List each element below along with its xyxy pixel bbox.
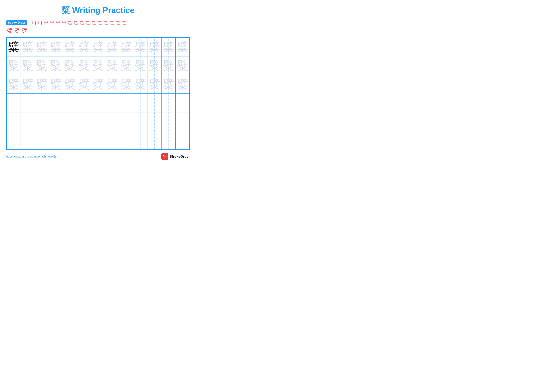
grid-cell[interactable]: 糪 bbox=[133, 56, 147, 75]
grid-cell[interactable]: 糪 bbox=[133, 112, 147, 131]
grid-cell[interactable]: 糪 bbox=[7, 38, 21, 56]
grid-cell[interactable]: 糪 bbox=[105, 56, 119, 75]
grid-cell[interactable]: 糪 bbox=[91, 38, 105, 56]
grid-cell[interactable]: 糪 bbox=[105, 131, 119, 150]
grid-cell[interactable]: 糪 bbox=[35, 56, 49, 75]
grid-cell[interactable]: 糪 bbox=[91, 56, 105, 75]
grid-cell[interactable]: 糪 bbox=[133, 38, 147, 56]
grid-cell[interactable]: 糪 bbox=[91, 75, 105, 94]
practice-char: 糪 bbox=[106, 78, 118, 90]
grid-cell[interactable]: 糪 bbox=[21, 94, 35, 112]
practice-char: 糪 bbox=[92, 41, 104, 53]
grid-cell[interactable]: 糪 bbox=[161, 94, 175, 112]
grid-cell[interactable]: 糪 bbox=[35, 38, 49, 56]
practice-char: 糪 bbox=[36, 60, 47, 71]
grid-cell[interactable]: 糪 bbox=[63, 94, 77, 112]
practice-char: 糪 bbox=[22, 78, 33, 90]
grid-cell[interactable]: 糪 bbox=[119, 75, 133, 94]
practice-char: 糪 bbox=[64, 78, 76, 90]
practice-char: 糪 bbox=[50, 78, 62, 90]
grid-cell[interactable]: 糪 bbox=[7, 56, 21, 75]
grid-cell[interactable]: 糪 bbox=[21, 131, 35, 150]
practice-char: 糪 bbox=[106, 135, 118, 146]
grid-cell[interactable]: 糪 bbox=[63, 112, 77, 131]
grid-cell[interactable]: 糪 bbox=[105, 75, 119, 94]
stroke-2: 山 bbox=[32, 20, 36, 26]
grid-cell[interactable]: 糪 bbox=[77, 56, 91, 75]
grid-cell[interactable]: 糪 bbox=[77, 131, 91, 150]
extra-stroke-1: 糪 bbox=[7, 27, 12, 35]
grid-cell[interactable]: 糪 bbox=[175, 75, 190, 94]
grid-cell[interactable]: 糪 bbox=[21, 75, 35, 94]
grid-cell[interactable]: 糪 bbox=[63, 56, 77, 75]
grid-cell[interactable]: 糪 bbox=[161, 75, 175, 94]
stroke-15: 岂 bbox=[110, 20, 114, 26]
footer-url[interactable]: https://www.strokeorder.com/chinese/糪 bbox=[6, 155, 56, 158]
grid-cell[interactable]: 糪 bbox=[77, 112, 91, 131]
grid-cell[interactable]: 糪 bbox=[7, 94, 21, 112]
grid-cell[interactable]: 糪 bbox=[77, 38, 91, 56]
practice-char: 糪 bbox=[64, 60, 76, 71]
grid-cell[interactable]: 糪 bbox=[91, 131, 105, 150]
grid-cell[interactable]: 糪 bbox=[119, 131, 133, 150]
practice-char: 糪 bbox=[149, 60, 160, 71]
grid-cell[interactable]: 糪 bbox=[7, 112, 21, 131]
practice-char: 糪 bbox=[163, 135, 174, 146]
grid-cell[interactable]: 糪 bbox=[147, 56, 161, 75]
grid-cell[interactable]: 糪 bbox=[161, 38, 175, 56]
grid-cell[interactable]: 糪 bbox=[35, 131, 49, 150]
grid-cell[interactable]: 糪 bbox=[147, 94, 161, 112]
practice-char: 糪 bbox=[149, 97, 160, 109]
grid-cell[interactable]: 糪 bbox=[119, 94, 133, 112]
grid-cell[interactable]: 糪 bbox=[49, 75, 63, 94]
grid-cell[interactable]: 糪 bbox=[161, 112, 175, 131]
grid-cell[interactable]: 糪 bbox=[105, 38, 119, 56]
grid-cell[interactable]: 糪 bbox=[21, 38, 35, 56]
grid-cell[interactable]: 糪 bbox=[35, 94, 49, 112]
grid-cell[interactable]: 糪 bbox=[119, 38, 133, 56]
grid-cell[interactable]: 糪 bbox=[91, 112, 105, 131]
grid-cell[interactable]: 糪 bbox=[35, 75, 49, 94]
grid-cell[interactable]: 糪 bbox=[133, 131, 147, 150]
grid-cell[interactable]: 糪 bbox=[77, 75, 91, 94]
grid-cell[interactable]: 糪 bbox=[119, 56, 133, 75]
practice-char: 糪 bbox=[36, 135, 47, 146]
grid-cell[interactable]: 糪 bbox=[161, 131, 175, 150]
grid-cell[interactable]: 糪 bbox=[7, 75, 21, 94]
grid-cell[interactable]: 糪 bbox=[63, 75, 77, 94]
grid-cell[interactable]: 糪 bbox=[49, 94, 63, 112]
grid-cell[interactable]: 糪 bbox=[147, 38, 161, 56]
grid-cell[interactable]: 糪 bbox=[105, 112, 119, 131]
grid-cell[interactable]: 糪 bbox=[21, 56, 35, 75]
grid-cell[interactable]: 糪 bbox=[21, 112, 35, 131]
grid-cell[interactable]: 糪 bbox=[91, 94, 105, 112]
grid-cell[interactable]: 糪 bbox=[147, 75, 161, 94]
grid-cell[interactable]: 糪 bbox=[175, 112, 190, 131]
grid-cell[interactable]: 糪 bbox=[175, 131, 190, 150]
practice-grid: 糪糪糪糪糪糪糪糪糪糪糪糪糪糪糪糪糪糪糪糪糪糪糪糪糪糪糪糪糪糪糪糪糪糪糪糪糪糪糪糪… bbox=[6, 37, 190, 150]
grid-cell[interactable]: 糪 bbox=[175, 94, 190, 112]
grid-cell[interactable]: 糪 bbox=[147, 131, 161, 150]
practice-char: 糪 bbox=[135, 78, 146, 90]
grid-cell[interactable]: 糪 bbox=[7, 131, 21, 150]
grid-cell[interactable]: 糪 bbox=[133, 75, 147, 94]
grid-cell[interactable]: 糪 bbox=[49, 56, 63, 75]
stroke-5: 屮 bbox=[50, 20, 54, 26]
grid-cell[interactable]: 糪 bbox=[133, 94, 147, 112]
grid-cell[interactable]: 糪 bbox=[49, 131, 63, 150]
grid-cell[interactable]: 糪 bbox=[35, 112, 49, 131]
practice-char: 糪 bbox=[163, 41, 174, 53]
grid-cell[interactable]: 糪 bbox=[119, 112, 133, 131]
title-chinese-char: 糪 bbox=[62, 6, 70, 15]
grid-cell[interactable]: 糪 bbox=[49, 112, 63, 131]
grid-cell[interactable]: 糪 bbox=[63, 38, 77, 56]
title-english-text: Writing Practice bbox=[72, 6, 135, 15]
grid-cell[interactable]: 糪 bbox=[63, 131, 77, 150]
grid-cell[interactable]: 糪 bbox=[49, 38, 63, 56]
grid-cell[interactable]: 糪 bbox=[105, 94, 119, 112]
grid-cell[interactable]: 糪 bbox=[77, 94, 91, 112]
grid-cell[interactable]: 糪 bbox=[147, 112, 161, 131]
grid-cell[interactable]: 糪 bbox=[161, 56, 175, 75]
grid-cell[interactable]: 糪 bbox=[175, 56, 190, 75]
grid-cell[interactable]: 糪 bbox=[175, 38, 190, 56]
